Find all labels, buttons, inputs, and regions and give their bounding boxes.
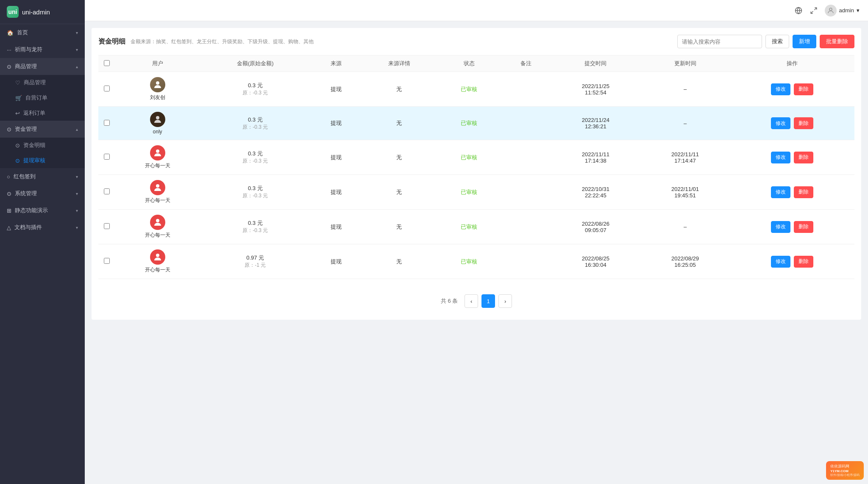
status-badge-2: 已审核 [461,120,477,126]
amount-main-6: 0.97 元 [205,254,306,262]
redpacket-icon: ○ [7,174,10,180]
search-input[interactable] [677,35,762,48]
select-all-checkbox[interactable] [104,60,110,66]
edit-button-3[interactable]: 修改 [771,152,790,163]
amount-orig-6: 原：-1 元 [205,262,306,269]
delete-button-5[interactable]: 删除 [794,221,813,233]
app-logo-icon: uni [7,6,19,18]
edit-button-1[interactable]: 修改 [771,83,790,95]
row-actions-6: 修改 删除 [730,244,854,279]
user-name-2: only [153,129,162,135]
home-icon: 🏠 [7,30,14,36]
sidebar-label-finance: 资金管理 [15,125,37,133]
amount-main-3: 0.3 元 [205,150,306,158]
goods-icon: ⊙ [7,64,11,70]
table-row: 刘友创 0.3 元 原：-0.3 元 提现 无 已审核 2022/11/2511… [98,72,854,107]
sidebar-item-goods-mgmt[interactable]: ♡ 商品管理 [0,75,85,90]
add-button[interactable]: 新增 [793,35,816,48]
fullscreen-icon[interactable] [810,6,818,15]
status-badge-5: 已审核 [461,224,477,230]
edit-button-6[interactable]: 修改 [771,256,790,268]
delete-button-3[interactable]: 删除 [794,152,813,163]
edit-button-5[interactable]: 修改 [771,221,790,233]
row-checkbox-cell [98,244,115,279]
status-badge-4: 已审核 [461,189,477,195]
sidebar-label-home: 首页 [17,29,28,36]
chevron-icon: ▾ [76,174,78,179]
svg-line-3 [811,11,813,13]
row-source-4: 提现 [311,175,361,210]
sidebar-item-finance[interactable]: ⊙ 资金管理 ▴ [0,121,85,138]
table-row: only 0.3 元 原：-0.3 元 提现 无 已审核 2022/11/241… [98,107,854,140]
sidebar-item-self-order[interactable]: 🛒 自营订单 [0,90,85,105]
sidebar-item-system[interactable]: ⊙ 系统管理 ▾ [0,185,85,202]
row-user-5: 开心每一天 [115,210,200,244]
sidebar-item-withdraw[interactable]: ⊙ 提现审核 [0,153,85,168]
sidebar-item-home[interactable]: 🏠 首页 ▾ [0,24,85,41]
edit-button-4[interactable]: 修改 [771,186,790,198]
sidebar-item-prayer[interactable]: ··· 祈雨与龙符 ▾ [0,41,85,58]
row-update-time-4: 2022/11/0119:45:51 [640,175,730,210]
row-submit-time-2: 2022/11/2412:36:21 [551,107,640,140]
next-page-button[interactable]: › [498,294,512,308]
data-table: 用户 金额(原始金额) 来源 来源详情 状态 备注 提交时间 更新时间 操作 [98,55,854,279]
row-checkbox-3[interactable] [104,154,110,160]
row-submit-time-3: 2022/11/1117:14:38 [551,140,640,175]
user-name-4: 开心每一天 [145,197,170,204]
amount-main-5: 0.3 元 [205,219,306,227]
static-icon: ⊞ [7,207,11,214]
row-user-2: only [115,107,200,140]
sidebar-item-rebate-order[interactable]: ↩ 返利订单 [0,105,85,121]
chevron-up-icon: ▴ [76,127,78,132]
chevron-icon: ▾ [76,191,78,196]
row-status-2: 已审核 [437,107,501,140]
prev-page-button[interactable]: ‹ [465,294,478,308]
header-update-time: 更新时间 [640,55,730,72]
sidebar-item-static-demo[interactable]: ⊞ 静态功能演示 ▾ [0,202,85,219]
sidebar-label-redpacket: 红包签到 [14,173,36,180]
row-checkbox-2[interactable] [104,120,110,126]
row-amount-3: 0.3 元 原：-0.3 元 [200,140,311,175]
delete-button-6[interactable]: 删除 [794,256,813,268]
chevron-icon: ▾ [76,208,78,213]
row-actions-3: 修改 删除 [730,140,854,175]
finance-detail-label: 资金明细 [23,141,45,149]
row-status-6: 已审核 [437,244,501,279]
user-name-6: 开心每一天 [145,266,170,274]
page-actions: 搜索 新增 批量删除 [677,35,854,48]
row-remark-4 [501,175,551,210]
finance-icon: ⊙ [7,126,11,133]
row-source-detail-5: 无 [361,210,437,244]
sidebar-label-docs: 文档与插件 [14,224,42,231]
row-source-detail-6: 无 [361,244,437,279]
user-menu[interactable]: admin ▾ [825,5,860,17]
row-checkbox-4[interactable] [104,188,110,194]
topbar: admin ▾ [85,0,868,21]
search-button[interactable]: 搜索 [765,35,789,48]
user-name-5: 开心每一天 [145,232,170,239]
delete-button-4[interactable]: 删除 [794,186,813,198]
sidebar-item-finance-detail[interactable]: ⊙ 资金明细 [0,138,85,153]
row-checkbox-1[interactable] [104,86,110,91]
edit-button-2[interactable]: 修改 [771,117,790,129]
user-name-3: 开心每一天 [145,162,170,169]
row-checkbox-6[interactable] [104,258,110,264]
sidebar-item-docs[interactable]: △ 文档与插件 ▾ [0,219,85,236]
row-source-3: 提现 [311,140,361,175]
pagination: 共 6 条 ‹ 1 › [98,289,854,313]
globe-icon[interactable] [794,6,803,15]
row-status-3: 已审核 [437,140,501,175]
sidebar-item-redpacket[interactable]: ○ 红包签到 ▾ [0,168,85,185]
sidebar-item-goods[interactable]: ⊙ 商品管理 ▴ [0,58,85,75]
delete-button-1[interactable]: 删除 [794,83,813,95]
row-remark-5 [501,210,551,244]
row-checkbox-5[interactable] [104,223,110,229]
row-user-4: 开心每一天 [115,175,200,210]
row-checkbox-cell [98,210,115,244]
batch-delete-button[interactable]: 批量删除 [820,35,854,48]
page-1-button[interactable]: 1 [481,294,495,308]
row-status-4: 已审核 [437,175,501,210]
delete-button-2[interactable]: 删除 [794,117,813,129]
row-submit-time-5: 2022/08/2609:05:07 [551,210,640,244]
amount-orig-4: 原：-0.3 元 [205,192,306,199]
